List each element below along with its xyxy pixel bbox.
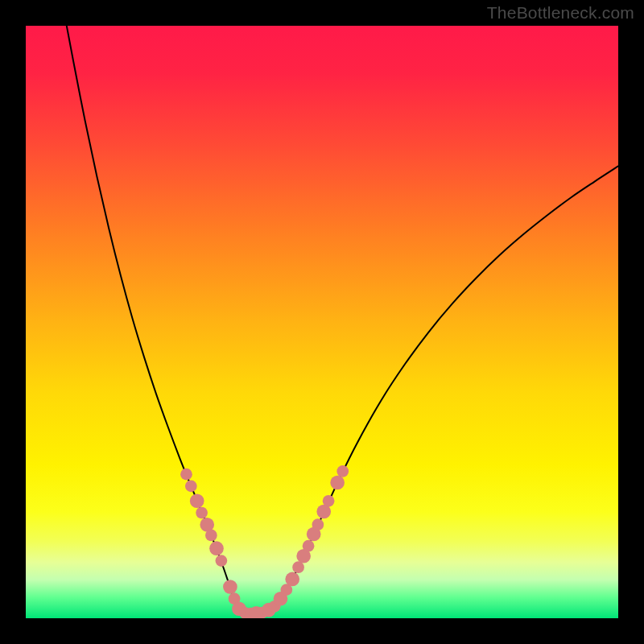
data-marker [330, 476, 345, 490]
chart-frame: TheBottleneck.com [0, 0, 644, 644]
bottleneck-curve [67, 26, 618, 613]
data-marker [223, 580, 237, 594]
data-marker [180, 469, 192, 481]
data-marker [312, 518, 324, 530]
data-marker [185, 481, 197, 493]
data-marker [209, 541, 224, 555]
data-marker [292, 561, 304, 573]
data-marker [323, 495, 335, 507]
data-marker [205, 530, 217, 542]
data-marker [336, 465, 349, 477]
curve-layer [26, 26, 618, 618]
data-marker [196, 507, 208, 519]
data-marker [190, 493, 204, 508]
plot-area [26, 26, 618, 618]
watermark-text: TheBottleneck.com [487, 3, 634, 23]
data-marker [303, 540, 315, 552]
data-marker [216, 555, 228, 567]
data-marker [285, 572, 299, 587]
